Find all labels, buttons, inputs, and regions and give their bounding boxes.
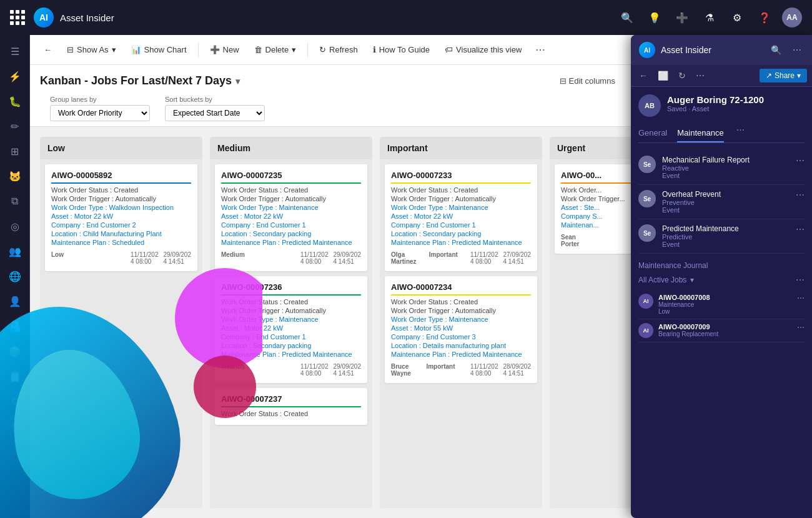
user-avatar[interactable]: AA xyxy=(782,7,802,27)
maint-type-1: Reactive xyxy=(662,164,790,172)
maint-more-icon-1[interactable]: ⋯ xyxy=(796,156,805,166)
card-aiwo-00007236[interactable]: AIWO-00007236 Work Order Status : Create… xyxy=(215,276,367,383)
panel-share-chevron-icon: ▾ xyxy=(797,71,801,80)
journal-more-icon-2[interactable]: ⋯ xyxy=(797,323,805,332)
panel-options-icon[interactable]: ⋯ xyxy=(693,69,708,82)
sidebar-lightning-icon[interactable]: ⚡ xyxy=(4,65,26,87)
card-field-link[interactable]: Location : Secondary packing xyxy=(221,342,361,349)
card-aiwo-00007235[interactable]: AIWO-00007235 Work Order Status : Create… xyxy=(215,164,367,271)
card-field-link[interactable]: Asset : Motor 22 kW xyxy=(221,324,361,332)
panel-search-icon[interactable]: 🔍 xyxy=(768,43,785,57)
sidebar-layers-icon[interactable]: ⧉ xyxy=(4,190,26,212)
lightbulb-nav-icon[interactable]: 💡 xyxy=(645,7,665,27)
panel-logo-icon: AI xyxy=(638,41,656,59)
card-field-link[interactable]: Location : Secondary packing xyxy=(391,230,531,237)
card-field: Work Order Trigger : Automatically xyxy=(221,195,361,202)
visualize-button[interactable]: 🏷 Visualize this view xyxy=(438,42,528,57)
new-button[interactable]: ➕ New xyxy=(204,42,245,57)
card-field-link[interactable]: Maintenance Plan : Predicted Maintenance xyxy=(221,351,361,358)
card-field-link[interactable]: Work Order Type : Maintenance xyxy=(221,316,361,323)
card-field-link[interactable]: Maintenance Plan : Scheduled xyxy=(51,239,191,246)
tab-more-icon[interactable]: ··· xyxy=(736,124,745,142)
card-field-link[interactable]: Asset : Motor 22 kW xyxy=(51,212,191,220)
card-field-link[interactable]: Company : End Customer 1 xyxy=(391,221,531,229)
card-date2: 29/09/2024 14:51 xyxy=(334,363,362,377)
card-field-link[interactable]: Asset : Motor 22 kW xyxy=(391,212,531,220)
panel-rect-icon[interactable]: ⬜ xyxy=(655,69,671,82)
card-field-link[interactable]: Maintenance Plan : Predicted Maintenance xyxy=(221,239,361,246)
card-field-link[interactable]: Maintenance Plan : Predicted Maintenance xyxy=(391,239,531,246)
show-as-button[interactable]: ⊟ Show As ▾ xyxy=(61,42,122,57)
maint-more-icon-2[interactable]: ⋯ xyxy=(796,190,805,200)
maint-more-icon-3[interactable]: ⋯ xyxy=(796,224,805,234)
card-aiwo-00007237[interactable]: AIWO-00007237 Work Order Status : Create… xyxy=(215,388,367,425)
card-field-link[interactable]: Asset : Motor 22 kW xyxy=(221,212,361,220)
card-field-link[interactable]: Asset : Motor 55 kW xyxy=(391,324,531,332)
card-field-link[interactable]: Work Order Type : Maintenance xyxy=(221,204,361,211)
sidebar-globe-icon[interactable]: 🌐 xyxy=(4,265,26,287)
how-to-guide-button[interactable]: ℹ How To Guide xyxy=(367,42,436,57)
card-field-link[interactable]: Location : Child Manufacturing Plant xyxy=(51,230,191,237)
sort-by-select[interactable]: Expected Start Date xyxy=(165,105,265,121)
sidebar-settings2-icon[interactable]: ⚙ xyxy=(4,390,26,412)
sidebar-bug-icon[interactable]: 🐛 xyxy=(4,90,26,112)
sidebar-cat-icon[interactable]: 🐱 xyxy=(4,165,26,187)
card-field-link[interactable]: Maintenance Plan : Predicted Maintenance xyxy=(391,351,531,358)
panel-refresh-icon[interactable]: ↻ xyxy=(675,69,689,82)
chevron-down-icon-delete: ▾ xyxy=(292,45,296,54)
panel-asset-info: Auger Boring 72-1200 Saved · Asset xyxy=(667,94,764,112)
card-aiwo-00007233[interactable]: AIWO-00007233 Work Order Status : Create… xyxy=(385,164,537,271)
all-active-jobs-label[interactable]: All Active Jobs xyxy=(638,276,686,284)
journal-options-icon[interactable]: ⋯ xyxy=(796,275,805,285)
panel-share-button[interactable]: ↗ Share ▾ xyxy=(760,69,807,82)
panel-more-icon[interactable]: ⋯ xyxy=(790,43,805,57)
lane-header-medium: Medium xyxy=(210,137,372,159)
edit-columns-button[interactable]: ⊟ Edit columns xyxy=(553,73,621,89)
show-chart-button[interactable]: 📊 Show Chart xyxy=(125,42,193,57)
sidebar-menu-icon[interactable]: ☰ xyxy=(4,40,26,62)
card-date2: 27/09/2024 14:51 xyxy=(503,251,531,265)
card-field-link[interactable]: Work Order Type : Walkdown Inspection xyxy=(51,204,191,211)
card-field-link[interactable]: Work Order Type : Maintenance xyxy=(391,316,531,323)
all-active-chevron-icon[interactable]: ▾ xyxy=(690,276,694,284)
card-field-link[interactable]: Company : End Customer 1 xyxy=(221,221,361,229)
kanban-lane-medium: Medium AIWO-00007235 Work Order Status :… xyxy=(210,137,372,508)
card-field-link[interactable]: Work Order Type : Maintenance xyxy=(391,204,531,211)
sidebar-box-icon[interactable]: 📦 xyxy=(4,340,26,362)
sidebar-pencil-icon[interactable]: ✏ xyxy=(4,115,26,137)
search-nav-icon[interactable]: 🔍 xyxy=(617,7,637,27)
panel-back-icon[interactable]: ← xyxy=(636,69,651,82)
more-options-button[interactable]: ⋯ xyxy=(530,41,550,59)
back-button[interactable]: ← xyxy=(37,42,58,57)
plus-nav-icon[interactable]: ➕ xyxy=(672,7,692,27)
delete-button[interactable]: 🗑 Delete ▾ xyxy=(248,42,303,57)
tab-general[interactable]: General xyxy=(638,124,667,142)
maint-name-1: Mechanical Failure Report xyxy=(662,156,790,164)
settings-nav-icon[interactable]: ⚙ xyxy=(727,7,747,27)
sidebar-grid-icon[interactable]: ⊞ xyxy=(4,140,26,162)
card-id: AIWO-00007233 xyxy=(391,171,531,184)
apps-grid-icon[interactable] xyxy=(10,10,25,25)
sidebar-group-icon[interactable]: 🫂 xyxy=(4,315,26,337)
card-field-link[interactable]: Location : Secondary packing xyxy=(221,230,361,237)
sidebar-clip-icon[interactable]: 📋 xyxy=(4,365,26,387)
card-field-link[interactable]: Company : End Customer 2 xyxy=(51,221,191,229)
card-aiwo-00005892[interactable]: AIWO-00005892 Work Order Status : Create… xyxy=(45,164,197,271)
lane-header-important: Important xyxy=(380,137,542,159)
sidebar-people-icon[interactable]: 👥 xyxy=(4,240,26,262)
group-by-select[interactable]: Work Order Priority xyxy=(50,105,150,121)
journal-more-icon-1[interactable]: ⋯ xyxy=(797,294,805,302)
card-field-link[interactable]: Company : End Customer 1 xyxy=(221,333,361,341)
card-field-link[interactable]: Location : Details manufacturing plant xyxy=(391,342,531,349)
filter-nav-icon[interactable]: ⚗ xyxy=(700,7,720,27)
view-title-chevron-icon[interactable]: ▾ xyxy=(235,76,240,86)
tab-maintenance[interactable]: Maintenance xyxy=(677,124,723,142)
sidebar-circle-icon[interactable]: ◎ xyxy=(4,215,26,237)
refresh-button[interactable]: ↻ Refresh xyxy=(313,42,364,57)
card-aiwo-00007234[interactable]: AIWO-00007234 Work Order Status : Create… xyxy=(385,276,537,383)
help-nav-icon[interactable]: ❓ xyxy=(755,7,775,27)
sidebar-person-icon[interactable]: 👤 xyxy=(4,290,26,312)
card-field: Work Order Status : Created xyxy=(391,298,531,306)
sidebar-tag-icon[interactable]: 🏷 xyxy=(4,415,26,437)
card-field-link[interactable]: Company : End Customer 3 xyxy=(391,333,531,341)
